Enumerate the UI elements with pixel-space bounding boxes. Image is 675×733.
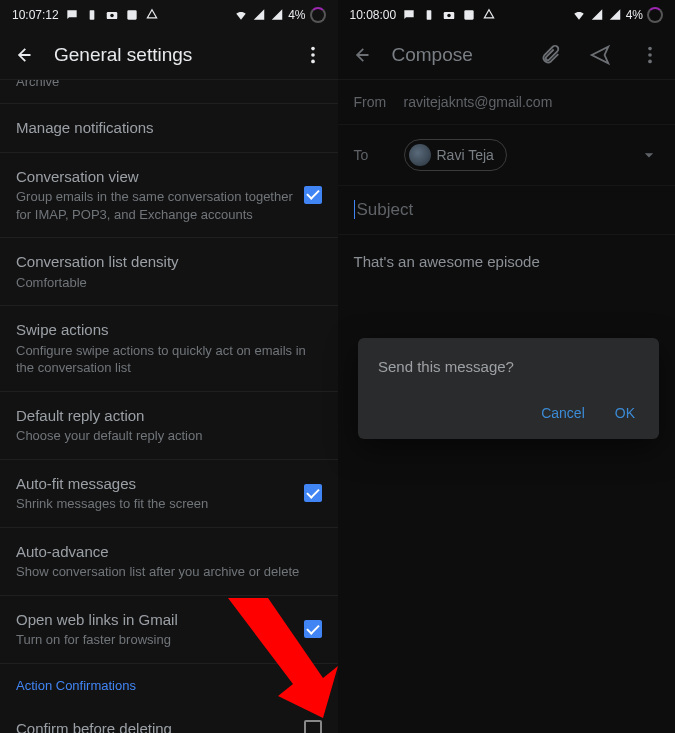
- setting-conversation-view[interactable]: Conversation view Group emails in the sa…: [0, 153, 338, 239]
- overflow-menu-icon[interactable]: [302, 44, 324, 66]
- chevron-down-icon[interactable]: [639, 145, 659, 165]
- send-icon[interactable]: [589, 44, 611, 66]
- ok-button[interactable]: OK: [611, 399, 639, 427]
- setting-autofit[interactable]: Auto-fit messages Shrink messages to fit…: [0, 460, 338, 528]
- wifi-icon: [572, 8, 586, 22]
- setting-list-density[interactable]: Conversation list density Comfortable: [0, 238, 338, 306]
- notif-image-icon: [125, 8, 139, 22]
- setting-archive[interactable]: Archive: [0, 80, 338, 104]
- notif-drive-icon: [482, 8, 496, 22]
- setting-subtitle: Choose your default reply action: [16, 427, 312, 445]
- section-header-action-confirmations: Action Confirmations: [0, 664, 338, 705]
- signal-icon-1: [252, 8, 266, 22]
- notif-message-icon: [402, 8, 416, 22]
- wifi-icon: [234, 8, 248, 22]
- checkbox-checked-icon[interactable]: [304, 484, 322, 502]
- setting-auto-advance[interactable]: Auto-advance Show conversation list afte…: [0, 528, 338, 596]
- setting-subtitle: Shrink messages to fit the screen: [16, 495, 294, 513]
- setting-title: Conversation list density: [16, 252, 312, 272]
- avatar: [409, 144, 431, 166]
- svg-point-5: [311, 53, 315, 57]
- setting-title: Archive: [16, 80, 312, 91]
- recipient-chip[interactable]: Ravi Teja: [404, 139, 507, 171]
- from-field[interactable]: From ravitejaknts@gmail.com: [338, 80, 676, 125]
- setting-title: Confirm before deleting: [16, 719, 294, 733]
- clock: 10:08:00: [350, 8, 397, 22]
- checkbox-checked-icon[interactable]: [304, 620, 322, 638]
- cancel-button[interactable]: Cancel: [537, 399, 589, 427]
- loading-spinner-icon: [647, 7, 663, 23]
- dialog-title: Send this message?: [378, 358, 639, 375]
- subject-input[interactable]: Subject: [338, 186, 676, 235]
- loading-spinner-icon: [310, 7, 326, 23]
- from-label: From: [354, 94, 404, 110]
- to-label: To: [354, 147, 404, 163]
- setting-swipe-actions[interactable]: Swipe actions Configure swipe actions to…: [0, 306, 338, 392]
- svg-point-9: [447, 14, 451, 17]
- setting-subtitle: Configure swipe actions to quickly act o…: [16, 342, 312, 377]
- settings-list[interactable]: Archive Manage notifications Conversatio…: [0, 80, 338, 733]
- setting-open-web-links[interactable]: Open web links in Gmail Turn on for fast…: [0, 596, 338, 664]
- setting-confirm-delete[interactable]: Confirm before deleting: [0, 705, 338, 733]
- overflow-menu-icon[interactable]: [639, 44, 661, 66]
- notif-battery-icon: [422, 8, 436, 22]
- svg-rect-10: [465, 10, 474, 19]
- subject-placeholder: Subject: [354, 200, 414, 219]
- to-field[interactable]: To Ravi Teja: [338, 125, 676, 186]
- notif-image-icon: [462, 8, 476, 22]
- confirm-send-dialog: Send this message? Cancel OK: [358, 338, 659, 439]
- svg-point-13: [648, 59, 652, 63]
- setting-subtitle: Turn on for faster browsing: [16, 631, 294, 649]
- battery-percent: 4%: [288, 8, 305, 22]
- battery-percent: 4%: [626, 8, 643, 22]
- notif-message-icon: [65, 8, 79, 22]
- page-title: Compose: [392, 44, 522, 66]
- setting-title: Conversation view: [16, 167, 294, 187]
- setting-subtitle: Comfortable: [16, 274, 312, 292]
- app-bar: General settings: [0, 30, 338, 80]
- signal-icon-2: [270, 8, 284, 22]
- back-icon[interactable]: [352, 44, 374, 66]
- svg-rect-0: [89, 10, 94, 19]
- back-icon[interactable]: [14, 44, 36, 66]
- notif-battery-icon: [85, 8, 99, 22]
- settings-screen: 10:07:12 4% General settings Archive Man…: [0, 0, 338, 733]
- notif-camera-icon: [442, 8, 456, 22]
- from-value: ravitejaknts@gmail.com: [404, 94, 660, 110]
- setting-title: Manage notifications: [16, 118, 312, 138]
- svg-point-11: [648, 46, 652, 50]
- setting-title: Auto-fit messages: [16, 474, 294, 494]
- signal-icon-1: [590, 8, 604, 22]
- notif-drive-icon: [145, 8, 159, 22]
- setting-subtitle: Group emails in the same conversation to…: [16, 188, 294, 223]
- checkbox-unchecked-icon[interactable]: [304, 720, 322, 733]
- setting-subtitle: Show conversation list after you archive…: [16, 563, 312, 581]
- svg-point-4: [311, 46, 315, 50]
- page-title: General settings: [54, 44, 284, 66]
- status-bar: 10:07:12 4%: [0, 0, 338, 30]
- setting-title: Swipe actions: [16, 320, 312, 340]
- signal-icon-2: [608, 8, 622, 22]
- recipient-name: Ravi Teja: [437, 147, 494, 163]
- status-bar: 10:08:00 4%: [338, 0, 676, 30]
- setting-manage-notifications[interactable]: Manage notifications: [0, 104, 338, 153]
- notif-camera-icon: [105, 8, 119, 22]
- svg-rect-3: [127, 10, 136, 19]
- setting-default-reply[interactable]: Default reply action Choose your default…: [0, 392, 338, 460]
- svg-point-6: [311, 59, 315, 63]
- clock: 10:07:12: [12, 8, 59, 22]
- setting-title: Default reply action: [16, 406, 312, 426]
- svg-point-2: [110, 14, 114, 17]
- attach-icon[interactable]: [539, 44, 561, 66]
- setting-title: Open web links in Gmail: [16, 610, 294, 630]
- svg-point-12: [648, 53, 652, 57]
- body-input[interactable]: That's an awesome episode: [338, 235, 676, 288]
- svg-rect-7: [427, 10, 432, 19]
- body-text: That's an awesome episode: [354, 253, 540, 270]
- setting-title: Auto-advance: [16, 542, 312, 562]
- checkbox-checked-icon[interactable]: [304, 186, 322, 204]
- compose-app-bar: Compose: [338, 30, 676, 80]
